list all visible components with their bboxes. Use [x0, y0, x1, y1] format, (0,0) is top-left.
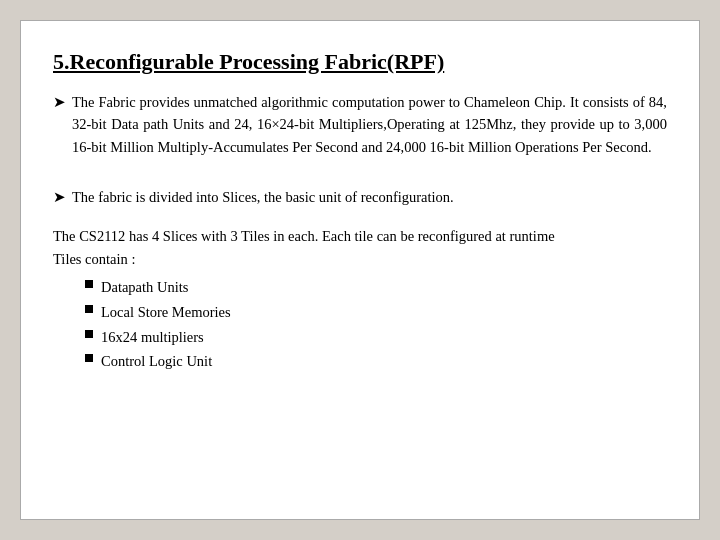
list-item: 16x24 multipliers: [85, 325, 667, 350]
list-item-text: 16x24 multipliers: [101, 325, 204, 350]
paragraph2-block: ➤ The fabric is divided into Slices, the…: [53, 186, 667, 208]
paragraph1-text: The Fabric provides unmatched algorithmi…: [72, 91, 667, 158]
list-item: Local Store Memories: [85, 300, 667, 325]
slide-title: 5.Reconfigurable Processing Fabric(RPF): [53, 49, 667, 75]
cs-line1: The CS2112 has 4 Slices with 3 Tiles in …: [53, 225, 667, 248]
paragraph1-block: ➤ The Fabric provides unmatched algorith…: [53, 91, 667, 158]
paragraph2-text: The fabric is divided into Slices, the b…: [72, 186, 454, 208]
list-item: Datapath Units: [85, 275, 667, 300]
cs-line2: Tiles contain :: [53, 248, 667, 271]
list-item: Control Logic Unit: [85, 349, 667, 374]
bullet-icon: [85, 305, 93, 313]
bullet-icon: [85, 330, 93, 338]
arrow2-icon: ➤: [53, 186, 66, 208]
arrow1-icon: ➤: [53, 91, 66, 113]
list-item-text: Datapath Units: [101, 275, 188, 300]
list-item-text: Local Store Memories: [101, 300, 231, 325]
bullet-icon: [85, 280, 93, 288]
list-item-text: Control Logic Unit: [101, 349, 212, 374]
bullet-list: Datapath UnitsLocal Store Memories16x24 …: [85, 275, 667, 374]
slide-container: 5.Reconfigurable Processing Fabric(RPF) …: [20, 20, 700, 520]
bullet-icon: [85, 354, 93, 362]
cs-section: The CS2112 has 4 Slices with 3 Tiles in …: [53, 225, 667, 374]
